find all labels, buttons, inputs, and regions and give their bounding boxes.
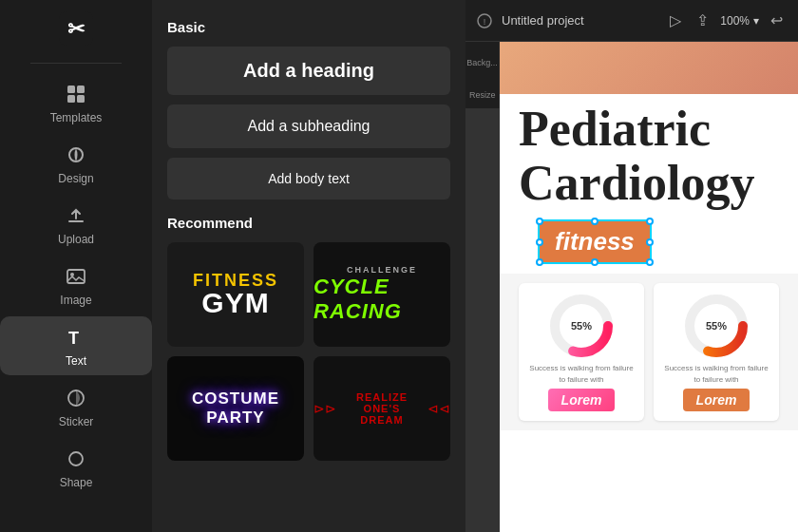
sidebar-item-image[interactable]: Image bbox=[0, 256, 152, 314]
selection-handle-bm bbox=[591, 258, 598, 266]
add-heading-button[interactable]: Add a heading bbox=[167, 47, 450, 95]
resize-tool-label: Resize bbox=[469, 90, 496, 100]
preview-fitness-text: fitness bbox=[555, 227, 635, 256]
gym-label: GYM bbox=[201, 289, 269, 317]
challenge-label: CHALLENGE bbox=[347, 265, 417, 275]
donut-label-1: 55% bbox=[571, 320, 592, 332]
svg-text:!: ! bbox=[484, 17, 486, 27]
upload-icon bbox=[63, 202, 89, 229]
canvas-topbar: ! Untitled project ▷ ⇪ 100% ▾ ↩ bbox=[466, 0, 798, 42]
add-subheading-button[interactable]: Add a subheading bbox=[167, 104, 450, 148]
svg-point-11 bbox=[69, 452, 83, 466]
sidebar-item-sticker[interactable]: Sticker bbox=[0, 377, 152, 436]
recommend-grid: FITNESS GYM CHALLENGE Cycle Racing COSTU… bbox=[167, 242, 450, 461]
preview-header-gradient bbox=[500, 42, 798, 94]
preview-main-title: PediatricCardiology bbox=[500, 94, 798, 210]
recommend-section-title: Recommend bbox=[167, 215, 450, 231]
grid-icon bbox=[63, 81, 89, 107]
sidebar-item-templates[interactable]: Templates bbox=[0, 73, 152, 132]
card-costume-party[interactable]: COSTUMEPARTY bbox=[167, 356, 304, 461]
selection-handle-lm bbox=[536, 238, 543, 246]
sidebar-divider bbox=[30, 63, 122, 64]
sidebar-item-text[interactable]: T Text bbox=[0, 316, 152, 375]
cycle-racing-label: Cycle Racing bbox=[314, 275, 450, 324]
sidebar-label-image: Image bbox=[60, 294, 91, 307]
preview-charts-row: 55% Success is walking from failure to f… bbox=[500, 274, 798, 429]
sidebar-label-text: Text bbox=[66, 354, 86, 368]
resize-tool-button[interactable]: Resize bbox=[469, 82, 496, 108]
design-icon bbox=[63, 142, 89, 168]
project-title[interactable]: Untitled project bbox=[502, 13, 656, 28]
sidebar-label-design: Design bbox=[58, 172, 93, 185]
background-tool-button[interactable]: Backg... bbox=[469, 49, 496, 76]
warning-icon: ! bbox=[477, 13, 492, 28]
lorem-btn-1[interactable]: Lorem bbox=[548, 389, 616, 411]
lorem-btn-2[interactable]: Lorem bbox=[683, 389, 750, 411]
shape-icon bbox=[63, 446, 89, 472]
selection-handle-br bbox=[646, 258, 654, 266]
svg-rect-2 bbox=[67, 86, 75, 93]
svg-rect-4 bbox=[67, 95, 75, 103]
sidebar-label-sticker: Sticker bbox=[59, 415, 94, 428]
sidebar-label-templates: Templates bbox=[50, 111, 103, 124]
sidebar-label-upload: Upload bbox=[58, 233, 94, 246]
left-wing-icon: ⊳⊳ bbox=[314, 401, 336, 416]
zoom-control[interactable]: 100% ▾ bbox=[720, 14, 759, 28]
sidebar-item-upload[interactable]: Upload bbox=[0, 195, 152, 254]
donut-chart-2: 55% bbox=[683, 293, 750, 359]
topbar-controls: ▷ ⇪ 100% ▾ ↩ bbox=[666, 8, 787, 33]
svg-rect-5 bbox=[77, 95, 85, 103]
selection-handle-tl bbox=[536, 218, 543, 225]
svg-text:✂: ✂ bbox=[67, 17, 86, 41]
design-canvas[interactable]: PediatricCardiology fitness bbox=[500, 42, 798, 532]
donut-chart-1: 55% bbox=[548, 293, 615, 359]
sidebar-item-shape[interactable]: Shape bbox=[0, 438, 152, 497]
card-realize-dream[interactable]: ⊳⊳ REALIZEONE'S DREAM ⊲⊲ bbox=[314, 356, 450, 461]
chart-desc-1: Success is walking from failure to failu… bbox=[528, 363, 635, 384]
canvas-area: ! Untitled project ▷ ⇪ 100% ▾ ↩ Backg... bbox=[466, 0, 798, 532]
sidebar: ✂ Templates Design bbox=[0, 0, 152, 532]
preview-fitness-bar[interactable]: fitness bbox=[538, 219, 652, 264]
costume-party-label: COSTUMEPARTY bbox=[192, 390, 279, 428]
selection-handle-tm bbox=[591, 218, 598, 225]
svg-rect-3 bbox=[77, 86, 85, 93]
selection-handle-tr bbox=[646, 218, 654, 225]
selection-handle-rm bbox=[646, 238, 654, 246]
card-fitness-gym[interactable]: FITNESS GYM bbox=[167, 242, 304, 347]
sticker-icon bbox=[63, 385, 89, 411]
donut-label-2: 55% bbox=[706, 320, 727, 332]
zoom-chevron-icon: ▾ bbox=[753, 14, 759, 28]
image-icon bbox=[63, 263, 89, 290]
text-panel: Basic Add a heading Add a subheading Add… bbox=[152, 0, 466, 532]
svg-text:T: T bbox=[68, 329, 79, 348]
share-button[interactable]: ⇪ bbox=[693, 8, 712, 33]
card-cycle-racing[interactable]: CHALLENGE Cycle Racing bbox=[314, 242, 450, 347]
chart-desc-2: Success is walking from failure to failu… bbox=[663, 363, 770, 384]
app-logo: ✂ bbox=[59, 11, 93, 49]
page-preview: PediatricCardiology fitness bbox=[500, 42, 798, 532]
zoom-level: 100% bbox=[720, 14, 750, 28]
undo-button[interactable]: ↩ bbox=[767, 8, 787, 33]
side-tools: Backg... Resize bbox=[466, 42, 500, 108]
realize-label: REALIZEONE'S DREAM bbox=[340, 391, 424, 426]
selection-handle-bl bbox=[536, 258, 543, 266]
chart-card-2: 55% Success is walking from failure to f… bbox=[654, 283, 779, 420]
background-tool-label: Backg... bbox=[466, 58, 498, 67]
right-wing-icon: ⊲⊲ bbox=[428, 401, 450, 416]
chart-card-1: 55% Success is walking from failure to f… bbox=[519, 283, 644, 420]
sidebar-label-shape: Shape bbox=[60, 476, 93, 489]
play-button[interactable]: ▷ bbox=[666, 8, 685, 33]
basic-section-title: Basic bbox=[167, 19, 450, 35]
sidebar-item-design[interactable]: Design bbox=[0, 134, 152, 193]
add-body-button[interactable]: Add body text bbox=[167, 158, 450, 200]
text-icon: T bbox=[63, 324, 89, 351]
